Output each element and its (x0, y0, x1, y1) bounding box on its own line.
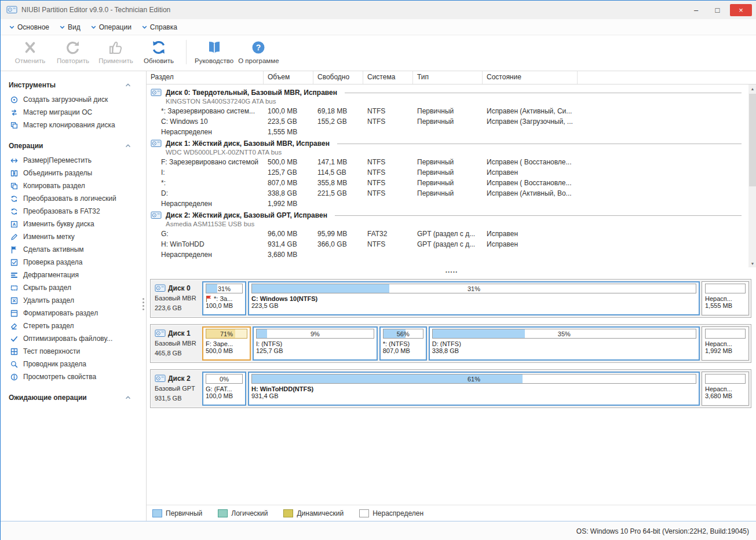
table-header: РазделОбъемСвободноСистемаТипСостояние (147, 71, 756, 85)
legend-swatch (218, 509, 228, 517)
table-cell: 69,18 MB (313, 107, 363, 115)
about-button[interactable]: ?О программе (236, 38, 281, 65)
table-cell: Первичный (413, 189, 483, 197)
disk-panel: Диск 2 Базовый GPT 931,5 GB 0% G: (FAT..… (150, 369, 751, 408)
table-cell: NTFS (363, 179, 413, 187)
sidebar-item-merge[interactable]: Объединить разделы (1, 167, 146, 179)
partition-row[interactable]: H: WinToHDD931,4 GB366,0 GBNTFSGPT (разд… (147, 239, 748, 249)
table-cell: GPT (раздел с д... (413, 240, 483, 248)
chevron-down-icon (60, 25, 65, 30)
sidebar-item-resize[interactable]: Размер|Переместить (1, 154, 146, 167)
sidebar-item-properties[interactable]: Просмотреть свойства (1, 370, 146, 383)
table-cell: 338,8 GB (264, 189, 313, 197)
sidebar-item-os-migration[interactable]: Мастер миграции ОС (1, 106, 146, 119)
sidebar-section-header[interactable]: Ожидающие операции (1, 391, 146, 406)
empty-space (147, 414, 756, 505)
partition-size: 1,992 MB (705, 347, 746, 354)
sidebar-section-header[interactable]: Операции (1, 139, 146, 154)
sidebar-item-clone-disk[interactable]: Мастер клонирования диска (1, 119, 146, 131)
sidebar-item-set-active[interactable]: Сделать активным (1, 243, 146, 256)
partition-block[interactable]: 61% H: WinToHDD(NTFS) 931,4 GB (248, 372, 700, 406)
table-cell: Нераспределен (147, 200, 264, 208)
undo-button[interactable]: Отменить (9, 38, 52, 65)
column-header[interactable]: Система (363, 71, 413, 84)
sidebar-item-check-partition[interactable]: Проверка раздела (1, 256, 146, 269)
disk-group-header[interactable]: Диск 0: Твердотельный, Базовый MBR, Испр… (147, 86, 748, 106)
disk-info[interactable]: Диск 2 Базовый GPT 931,5 GB (152, 372, 202, 406)
menu-item-view[interactable]: Вид (56, 21, 87, 34)
partition-block[interactable]: Нерасп... 3,680 MB (702, 372, 749, 406)
partition-block[interactable]: Нерасп... 1,992 MB (702, 326, 749, 361)
disk-group-header[interactable]: Диск 1: Жёсткий диск, Базовый MBR, Испра… (147, 137, 748, 157)
sidebar-item-delete-partition[interactable]: Удалить раздел (1, 294, 146, 307)
column-header[interactable]: Объем (264, 71, 313, 84)
legend-item: Логический (218, 509, 268, 517)
menu-item-main[interactable]: Основное (5, 21, 56, 34)
partition-block[interactable]: 71% F: Заре... 500,0 MB (202, 326, 251, 361)
close-button[interactable]: × (730, 4, 752, 16)
window-title: NIUBI Partition Editor v9.9.0 - Technici… (21, 6, 687, 14)
sidebar-item-optimize[interactable]: Оптимизировать файлову... (1, 332, 146, 345)
merge-icon (10, 170, 18, 177)
sidebar-item-boot-disk[interactable]: Создать загрузочный диск (1, 93, 146, 106)
guide-button[interactable]: Руководство (192, 38, 236, 65)
disk-group-header[interactable]: Диск 2: Жёсткий диск, Базовый GPT, Испра… (147, 209, 748, 229)
maximize-button[interactable]: □ (708, 4, 726, 16)
apply-button[interactable]: Применить (94, 38, 137, 65)
sidebar-section-header[interactable]: Инструменты (1, 78, 146, 93)
sidebar-item-hide-partition[interactable]: Скрыть раздел (1, 281, 146, 294)
partition-row[interactable]: Нераспределен1,555 MB (147, 127, 748, 137)
sidebar-item-drive-letter[interactable]: AИзменить букву диска (1, 218, 146, 230)
partition-row[interactable]: *:807,0 MB355,8 MBNTFSПервичныйИсправен … (147, 178, 748, 188)
column-header[interactable]: Тип (413, 71, 483, 84)
vertical-scrollbar[interactable]: ▲ ▼ (748, 85, 756, 267)
sidebar-splitter-handle[interactable] (143, 298, 144, 300)
sidebar-item-label[interactable]: Изменить метку (1, 230, 146, 243)
sidebar-item-convert-logical[interactable]: Преобразовать в логический (1, 192, 146, 205)
menu-item-help[interactable]: Справка (138, 21, 184, 34)
scrollbar-track[interactable] (749, 93, 756, 259)
partition-block[interactable]: 31% C: Windows 10(NTFS) 223,5 GB (248, 281, 700, 315)
column-header[interactable]: Раздел (147, 71, 264, 84)
disk-info[interactable]: Диск 0 Базовый MBR 223,6 GB (152, 281, 202, 315)
menu-item-operations[interactable]: Операции (87, 21, 138, 34)
partition-block[interactable]: 9% I: (NTFS) 125,7 GB (253, 326, 378, 361)
partition-row[interactable]: I:125,7 GB114,5 GBNTFSПервичныйИсправен (147, 167, 748, 178)
minimize-button[interactable]: – (687, 4, 705, 16)
sidebar-item-wipe-partition[interactable]: Стереть раздел (1, 319, 146, 332)
sidebar-item-surface-test[interactable]: Тест поверхности (1, 345, 146, 358)
usage-bar: 56% (383, 329, 423, 339)
sidebar-item-defrag[interactable]: Дефрагментация (1, 269, 146, 281)
sidebar-section: Ожидающие операции (1, 391, 146, 406)
sidebar-item-explorer[interactable]: Проводник раздела (1, 358, 146, 370)
scroll-up-icon[interactable]: ▲ (748, 85, 756, 93)
column-header[interactable]: Состояние (483, 71, 578, 84)
partition-block[interactable]: 35% D: (NTFS) 338,8 GB (429, 326, 700, 361)
sidebar-item-copy[interactable]: Копировать раздел (1, 179, 146, 192)
partition-block[interactable]: 0% G: (FAT... 100,0 MB (202, 372, 246, 406)
partition-block[interactable]: 31% *: За... 100,0 MB (202, 281, 246, 315)
sidebar-item-format-partition[interactable]: Форматировать раздел (1, 307, 146, 319)
table-cell: Первичный (413, 107, 483, 115)
partition-row[interactable]: D:338,8 GB221,5 GBNTFSПервичныйИсправен … (147, 188, 748, 199)
partition-row[interactable]: F: Зарезервировано системой500,0 MB147,1… (147, 157, 748, 167)
partition-block[interactable]: 56% *: (NTFS) 807,0 MB (379, 326, 427, 361)
scrollbar-thumb[interactable] (749, 94, 756, 186)
disk-icon (151, 139, 162, 148)
title-bar[interactable]: NIUBI Partition Editor v9.9.0 - Technici… (1, 1, 756, 19)
sidebar-item-convert-fat32[interactable]: Преобразовать в FAT32 (1, 205, 146, 218)
chevron-down-icon (142, 25, 147, 30)
partition-row[interactable]: Нераспределен1,992 MB (147, 199, 748, 209)
disk-info[interactable]: Диск 1 Базовый MBR 465,8 GB (152, 326, 202, 361)
usage-percent: 61% (252, 374, 696, 383)
partition-row[interactable]: Нераспределен3,680 MB (147, 249, 748, 260)
scroll-down-icon[interactable]: ▼ (748, 259, 756, 267)
redo-button[interactable]: Повторить (52, 38, 94, 65)
partition-block[interactable]: Нерасп... 1,555 MB (702, 281, 749, 315)
partition-row[interactable]: G:96,00 MB95,99 MBFAT32GPT (раздел с д..… (147, 229, 748, 239)
partition-row[interactable]: *: Зарезервировано систем...100,0 MB69,1… (147, 106, 748, 116)
partition-row[interactable]: C: Windows 10223,5 GB155,2 GBNTFSПервичн… (147, 116, 748, 127)
refresh-button[interactable]: Обновить (137, 38, 180, 65)
column-header[interactable]: Свободно (313, 71, 363, 84)
boot-disk-icon (10, 96, 18, 104)
